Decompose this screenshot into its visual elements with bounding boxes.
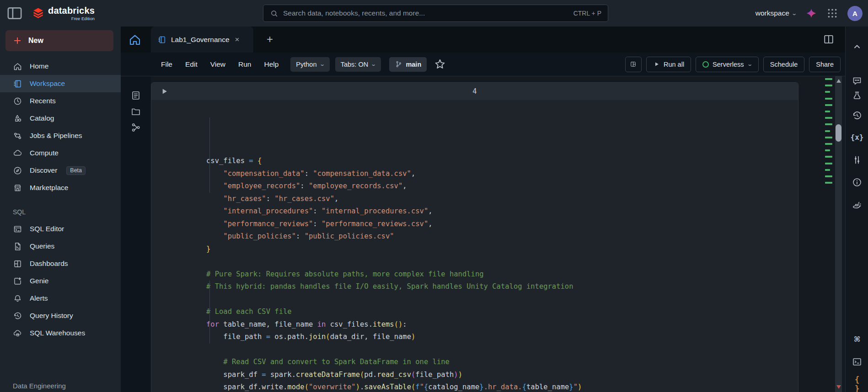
code-line: "internal_procedures": "internal_procedu… [206, 205, 798, 218]
sidebar-item-jobs-pipelines[interactable]: Jobs & Pipelines [0, 127, 121, 144]
scrollbar-thumb[interactable] [836, 124, 841, 142]
code-line: for table_name, file_name in csv_files.i… [206, 318, 798, 331]
diff-added-marker [825, 111, 830, 112]
sidebar-item-queries[interactable]: Queries [0, 238, 121, 255]
run-all-button[interactable]: Run all [646, 57, 691, 72]
diff-added-marker [825, 156, 832, 158]
language-selector[interactable]: Python ⌄ [290, 57, 329, 72]
sidebar-item-label: Discover [30, 166, 57, 175]
terminal-icon[interactable] [852, 356, 863, 367]
sidebar-item-dashboards[interactable]: Dashboards [0, 255, 121, 272]
sparkle-glyph [805, 7, 817, 19]
git-branch-button[interactable]: main [389, 57, 427, 72]
new-button[interactable]: New [5, 30, 113, 51]
workspace-switcher[interactable]: workspace ⌄ [755, 9, 796, 17]
sidebar-item-sql-warehouses[interactable]: SQL Warehouses [0, 324, 121, 342]
run-all-label: Run all [664, 61, 684, 68]
left-sidebar: New HomeWorkspaceRecentsCatalogJobs & Pi… [0, 26, 121, 392]
sidebar-item-workspace[interactable]: Workspace [0, 75, 121, 92]
code-line [206, 255, 798, 268]
grid-glyph [826, 7, 838, 19]
play-icon [653, 61, 660, 68]
diff-added-marker [825, 130, 830, 132]
sidebar-item-label: Recents [30, 97, 56, 105]
sidebar-item-marketplace[interactable]: Marketplace [0, 179, 121, 196]
schedule-label: Schedule [770, 61, 798, 68]
compute-selector[interactable]: Serverless ⌄ [696, 57, 759, 72]
chevron-down-icon: ⌄ [370, 61, 376, 67]
experiments-icon[interactable] [852, 90, 863, 101]
sidebar-item-query-history[interactable]: Query History [0, 307, 121, 324]
layout-view-icon[interactable] [625, 57, 642, 72]
app-switcher-grid-icon[interactable] [826, 7, 838, 19]
tabs-toggle-label: Tabs: ON [341, 61, 368, 68]
sidebar-item-compute[interactable]: Compute [0, 144, 121, 162]
sidebar-item-label: SQL Warehouses [30, 329, 85, 337]
compute-label: Serverless [713, 61, 744, 68]
sidebar-item-home[interactable]: Home [0, 58, 121, 75]
comment-icon[interactable] [852, 75, 863, 86]
table-of-contents-icon[interactable] [130, 90, 141, 101]
split-view-icon[interactable] [822, 33, 835, 46]
code-line: # Read CSV and convert to Spark DataFram… [206, 356, 798, 369]
shortcuts-icon[interactable]: ⌘ [852, 334, 863, 345]
code-cell[interactable]: 4 csv_files = { "compensation_data": "co… [151, 82, 798, 392]
schema-icon[interactable] [130, 122, 141, 133]
tab-label: Lab1_Governance [171, 36, 230, 44]
scroll-up-icon[interactable] [836, 79, 841, 83]
tabs-toggle[interactable]: Tabs: ON ⌄ [335, 57, 381, 72]
menu-file[interactable]: File [161, 60, 172, 69]
code-line: "hr_cases": "hr_cases.csv", [206, 193, 798, 206]
info-icon[interactable] [852, 177, 863, 188]
sidebar-item-discover[interactable]: DiscoverBeta [0, 162, 121, 179]
databricks-app: databricks Free Edition Search data, not… [0, 0, 868, 392]
tab-lab1-governance[interactable]: Lab1_Governance × [151, 26, 253, 53]
braces-icon[interactable]: { } [852, 379, 863, 390]
diff-added-marker [825, 163, 832, 164]
diff-added-marker [825, 123, 832, 125]
variables-icon[interactable]: {x} [852, 132, 863, 143]
sidebar-item-recents[interactable]: Recents [0, 92, 121, 110]
menu-run[interactable]: Run [238, 60, 251, 69]
user-avatar[interactable]: A [847, 6, 863, 21]
favorite-star-icon[interactable] [433, 58, 447, 71]
assistant-sparkle-icon[interactable] [805, 7, 817, 19]
home-icon [13, 62, 22, 71]
close-tab-icon[interactable]: × [235, 35, 240, 44]
sidebar-item-label: Catalog [30, 114, 54, 122]
sidebar-section-data-engineering: Data Engineering [13, 382, 66, 390]
version-history-icon[interactable] [852, 110, 863, 121]
databricks-logo[interactable]: databricks Free Edition [32, 5, 95, 21]
sidebar-nav-main: HomeWorkspaceRecentsCatalogJobs & Pipeli… [0, 58, 121, 196]
menu-help[interactable]: Help [264, 60, 279, 69]
genie-lamp-icon[interactable] [852, 199, 863, 210]
sidebar-item-alerts[interactable]: Alerts [0, 290, 121, 307]
code-line: # This hybrid: pandas handles file I/O e… [206, 281, 798, 293]
new-tab-button[interactable]: + [263, 32, 277, 47]
chevron-up-icon[interactable] [852, 41, 863, 52]
sidebar-collapse-icon[interactable] [5, 4, 24, 22]
menu-edit[interactable]: Edit [185, 60, 198, 69]
scroll-down-icon[interactable] [836, 385, 841, 389]
folder-icon[interactable] [130, 106, 141, 117]
sidebar-item-catalog[interactable]: Catalog [0, 110, 121, 127]
schedule-button[interactable]: Schedule [763, 57, 804, 72]
share-button[interactable]: Share [809, 57, 841, 72]
home-tab-icon[interactable] [128, 33, 142, 47]
scrollbar[interactable] [835, 76, 842, 392]
toolbar-right-cluster: Run all Serverless ⌄ Schedule Share [625, 57, 845, 72]
logo-text: databricks [48, 5, 95, 16]
sidebar-item-sql-editor[interactable]: SQL Editor [0, 220, 121, 238]
right-icon-panel: {x}⌘{ } [845, 26, 868, 392]
menu-view[interactable]: View [210, 60, 225, 69]
settings-icon[interactable] [852, 154, 863, 165]
serverless-status-icon [702, 61, 709, 68]
code-editor[interactable]: csv_files = { "compensation_data": "comp… [151, 100, 798, 392]
code-line: spark_df.write.mode("overwrite").saveAsT… [206, 381, 798, 392]
search-placeholder: Search data, notebooks, recents, and mor… [283, 9, 569, 17]
global-search-input[interactable]: Search data, notebooks, recents, and mor… [263, 5, 608, 22]
code-line [206, 293, 798, 306]
diff-added-marker [825, 91, 830, 93]
sidebar-item-genie[interactable]: Genie [0, 272, 121, 290]
code-line: # Pure Spark: Requires absolute paths, m… [206, 268, 798, 281]
